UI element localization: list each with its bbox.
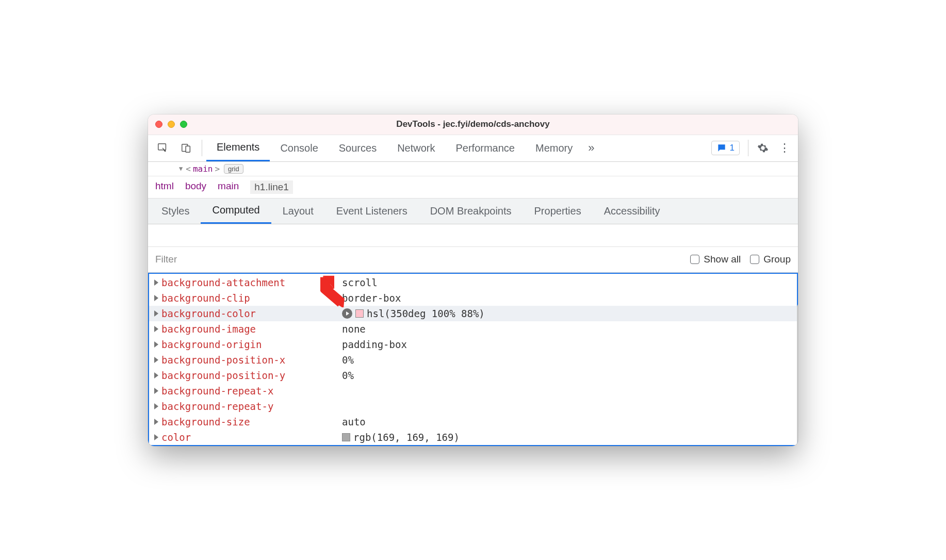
breadcrumb-item[interactable]: main bbox=[218, 180, 239, 194]
issues-badge[interactable]: 1 bbox=[711, 141, 740, 155]
computed-row[interactable]: background-sizeauto bbox=[149, 414, 797, 430]
property-value: rgb(169, 169, 169) bbox=[353, 432, 460, 443]
computed-row[interactable]: background-position-x0% bbox=[149, 352, 797, 368]
property-name: background-repeat-x bbox=[161, 385, 342, 397]
property-name: background-repeat-y bbox=[161, 401, 342, 412]
property-value: none bbox=[342, 323, 366, 335]
computed-pane: background-attachmentscrollbackground-cl… bbox=[148, 273, 798, 446]
property-name: background-position-y bbox=[161, 370, 342, 381]
property-value: 0% bbox=[342, 354, 354, 366]
main-tabs: Elements Console Sources Network Perform… bbox=[206, 135, 706, 161]
maximize-icon[interactable] bbox=[180, 121, 187, 128]
subtab-properties[interactable]: Properties bbox=[523, 198, 593, 224]
breadcrumb-item[interactable]: html bbox=[155, 180, 174, 194]
expand-triangle-icon[interactable] bbox=[154, 279, 158, 286]
traffic-lights bbox=[155, 121, 187, 128]
computed-row[interactable]: colorrgb(169, 169, 169) bbox=[149, 430, 797, 445]
subtab-computed[interactable]: Computed bbox=[201, 198, 271, 224]
dom-tag: main bbox=[193, 164, 213, 174]
computed-row[interactable]: background-repeat-y bbox=[149, 399, 797, 414]
tab-console[interactable]: Console bbox=[270, 135, 328, 161]
group-checkbox[interactable]: Group bbox=[750, 254, 791, 265]
expand-triangle-icon[interactable] bbox=[154, 341, 158, 348]
property-name: background-image bbox=[161, 323, 342, 335]
expand-triangle-icon[interactable] bbox=[154, 434, 158, 440]
breadcrumb: html body main h1.line1 bbox=[148, 176, 798, 199]
property-value: auto bbox=[342, 416, 366, 427]
computed-row[interactable]: background-clipborder-box bbox=[149, 290, 797, 306]
computed-row[interactable]: background-originpadding-box bbox=[149, 337, 797, 352]
property-value: border-box bbox=[342, 292, 401, 304]
subtab-layout[interactable]: Layout bbox=[271, 198, 325, 224]
expand-caret-icon[interactable]: ▼ bbox=[179, 165, 183, 172]
titlebar: DevTools - jec.fyi/demo/cds-anchovy bbox=[148, 114, 798, 135]
tab-sources[interactable]: Sources bbox=[329, 135, 387, 161]
navigate-icon[interactable] bbox=[342, 308, 352, 319]
settings-icon[interactable] bbox=[753, 142, 773, 154]
svg-rect-0 bbox=[158, 144, 166, 150]
breadcrumb-item-current[interactable]: h1.line1 bbox=[250, 180, 293, 194]
inspect-icon[interactable] bbox=[151, 137, 174, 159]
tab-network[interactable]: Network bbox=[387, 135, 445, 161]
breadcrumb-item[interactable]: body bbox=[185, 180, 206, 194]
expand-triangle-icon[interactable] bbox=[154, 388, 158, 394]
window-title: DevTools - jec.fyi/demo/cds-anchovy bbox=[148, 119, 798, 129]
group-label: Group bbox=[763, 254, 791, 265]
main-toolbar: Elements Console Sources Network Perform… bbox=[148, 135, 798, 162]
tab-memory[interactable]: Memory bbox=[525, 135, 583, 161]
expand-triangle-icon[interactable] bbox=[154, 326, 158, 332]
expand-triangle-icon[interactable] bbox=[154, 357, 158, 363]
tab-performance[interactable]: Performance bbox=[446, 135, 526, 161]
property-name: color bbox=[161, 432, 342, 443]
checkbox-icon bbox=[690, 255, 699, 264]
property-name: background-color bbox=[161, 308, 342, 319]
show-all-checkbox[interactable]: Show all bbox=[690, 254, 741, 265]
property-value: hsl(350deg 100% 88%) bbox=[367, 308, 485, 319]
styles-subtabs: Styles Computed Layout Event Listeners D… bbox=[148, 199, 798, 224]
property-name: background-position-x bbox=[161, 354, 342, 366]
separator bbox=[202, 140, 202, 156]
filter-bar: Filter Show all Group bbox=[148, 247, 798, 273]
expand-triangle-icon[interactable] bbox=[154, 419, 158, 425]
property-name: background-size bbox=[161, 416, 342, 427]
dom-tree-line[interactable]: ▼ <main> grid bbox=[148, 162, 798, 176]
computed-row[interactable]: background-repeat-x bbox=[149, 383, 797, 399]
property-name: background-clip bbox=[161, 292, 342, 304]
property-value: padding-box bbox=[342, 339, 407, 350]
subtab-dom-breakpoints[interactable]: DOM Breakpoints bbox=[419, 198, 523, 224]
computed-row[interactable]: background-attachmentscroll bbox=[149, 275, 797, 290]
color-swatch-icon[interactable] bbox=[342, 433, 350, 441]
subtab-event-listeners[interactable]: Event Listeners bbox=[325, 198, 419, 224]
property-name: background-attachment bbox=[161, 277, 342, 288]
separator bbox=[748, 140, 748, 156]
grid-badge[interactable]: grid bbox=[224, 164, 243, 174]
computed-row[interactable]: background-colorhsl(350deg 100% 88%) bbox=[149, 306, 797, 321]
show-all-label: Show all bbox=[704, 254, 741, 265]
tab-elements[interactable]: Elements bbox=[206, 135, 270, 161]
expand-triangle-icon[interactable] bbox=[154, 295, 158, 301]
computed-row[interactable]: background-position-y0% bbox=[149, 368, 797, 383]
scrollbar[interactable] bbox=[797, 304, 798, 446]
subtab-accessibility[interactable]: Accessibility bbox=[593, 198, 672, 224]
minimize-icon[interactable] bbox=[168, 121, 175, 128]
filter-input[interactable]: Filter bbox=[155, 254, 681, 265]
annotation-arrow-icon bbox=[320, 275, 348, 307]
color-swatch-icon[interactable] bbox=[355, 309, 364, 318]
close-icon[interactable] bbox=[155, 121, 162, 128]
svg-rect-2 bbox=[186, 146, 190, 152]
property-value: 0% bbox=[342, 370, 354, 381]
subtab-styles[interactable]: Styles bbox=[150, 198, 201, 224]
devtools-window: DevTools - jec.fyi/demo/cds-anchovy Elem… bbox=[148, 114, 798, 446]
checkbox-icon bbox=[750, 255, 759, 264]
more-tabs-icon[interactable]: » bbox=[583, 141, 599, 155]
property-name: background-origin bbox=[161, 339, 342, 350]
spacer bbox=[148, 224, 798, 247]
issues-count: 1 bbox=[730, 143, 735, 153]
kebab-menu-icon[interactable]: ⋮ bbox=[774, 141, 795, 155]
expand-triangle-icon[interactable] bbox=[154, 310, 158, 317]
expand-triangle-icon[interactable] bbox=[154, 372, 158, 378]
expand-triangle-icon[interactable] bbox=[154, 403, 158, 409]
computed-row[interactable]: background-imagenone bbox=[149, 321, 797, 337]
device-toggle-icon[interactable] bbox=[175, 137, 198, 159]
